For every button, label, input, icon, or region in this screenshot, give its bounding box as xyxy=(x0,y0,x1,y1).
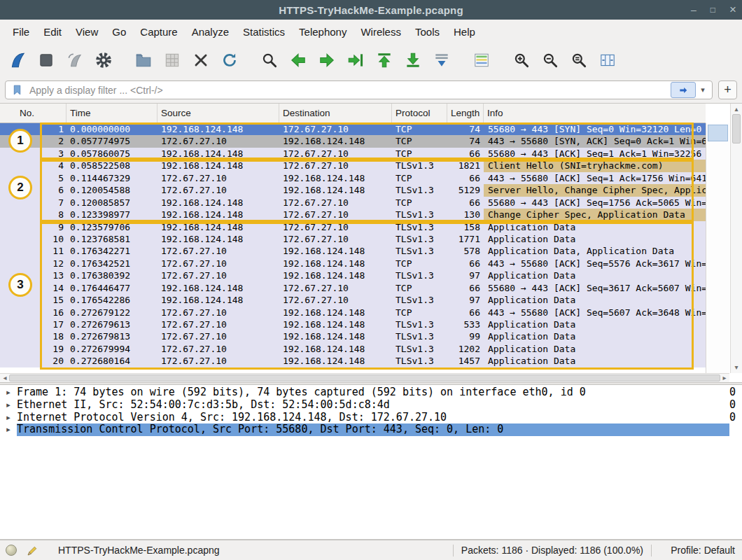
packet-length-cell: 66 xyxy=(447,197,484,209)
filter-dropdown-caret-icon[interactable]: ▾ xyxy=(696,82,710,98)
packet-row[interactable]: 16 0.272679122 172.67.27.10 192.168.124.… xyxy=(0,307,706,318)
expert-info-icon[interactable] xyxy=(6,545,17,556)
packet-destination-cell: 192.168.124.148 xyxy=(279,355,392,367)
menu-item-help[interactable]: Help xyxy=(447,22,482,41)
packet-row[interactable]: 5 0.114467329 172.67.27.10 192.168.124.1… xyxy=(0,172,706,184)
zoom-original-icon[interactable] xyxy=(568,50,589,71)
filter-bar: Apply a display filter ... <Ctrl-/> ▾ + xyxy=(0,77,742,104)
packet-row[interactable]: 17 0.272679613 172.67.27.10 192.168.124.… xyxy=(0,318,706,330)
maximize-button[interactable]: □ xyxy=(710,0,715,20)
menu-item-telephony[interactable]: Telephony xyxy=(292,22,354,41)
packet-source-cell: 172.67.27.10 xyxy=(158,355,279,367)
horizontal-scrollbar[interactable]: ◂ ▸ xyxy=(0,373,729,382)
packet-protocol-cell: TCP xyxy=(392,123,447,135)
go-forward-icon[interactable] xyxy=(316,50,337,71)
profile-button[interactable]: Profile: Default xyxy=(659,545,736,556)
expand-icon[interactable]: ▸ xyxy=(0,424,17,436)
packet-row[interactable]: 11 0.176342271 172.67.27.10 192.168.124.… xyxy=(0,245,706,257)
packet-protocol-cell: TLSv1.3 xyxy=(392,294,447,306)
find-packet-icon[interactable] xyxy=(259,50,280,71)
packet-row[interactable]: 1 0.000000000 192.168.124.148 172.67.27.… xyxy=(0,123,706,135)
minimize-button[interactable]: – xyxy=(691,0,696,20)
packet-row[interactable]: 20 0.272680164 172.67.27.10 192.168.124.… xyxy=(0,355,706,367)
packet-info-cell: Change Cipher Spec, Application Data xyxy=(484,209,706,220)
vertical-scrollbar[interactable]: ▴ ▾ xyxy=(730,104,742,373)
minimap-thumb[interactable] xyxy=(708,125,728,141)
stop-capture-icon[interactable] xyxy=(36,50,57,71)
intelligent-scrollbar[interactable] xyxy=(706,123,729,373)
resize-columns-icon[interactable] xyxy=(597,50,618,71)
column-header-length[interactable]: Length xyxy=(447,104,484,122)
go-back-icon[interactable] xyxy=(288,50,309,71)
open-file-icon[interactable] xyxy=(133,50,154,71)
expand-icon[interactable]: ▸ xyxy=(0,386,17,399)
packet-length-cell: 5129 xyxy=(447,184,484,196)
column-header-destination[interactable]: Destination xyxy=(279,104,392,122)
packet-row[interactable]: 3 0.057860075 192.168.124.148 172.67.27.… xyxy=(0,148,706,160)
display-filter-input[interactable]: Apply a display filter ... <Ctrl-/> ▾ xyxy=(5,80,713,99)
menu-item-wireless[interactable]: Wireless xyxy=(354,22,408,41)
packet-row[interactable]: 13 0.176380392 172.67.27.10 192.168.124.… xyxy=(0,270,706,281)
scroll-right-icon[interactable]: ▸ xyxy=(720,374,729,382)
go-to-top-icon[interactable] xyxy=(374,50,395,71)
column-header-time[interactable]: Time xyxy=(66,104,158,122)
detail-row[interactable]: ▸ Internet Protocol Version 4, Src: 192.… xyxy=(0,412,742,424)
packet-row[interactable]: 2 0.057774975 172.67.27.10 192.168.124.1… xyxy=(0,135,706,147)
close-button[interactable]: × xyxy=(729,0,736,20)
close-file-icon[interactable] xyxy=(190,50,211,71)
packet-row[interactable]: 15 0.176542286 192.168.124.148 172.67.27… xyxy=(0,294,706,306)
packet-row[interactable]: 8 0.123398977 192.168.124.148 172.67.27.… xyxy=(0,209,706,220)
menu-item-edit[interactable]: Edit xyxy=(36,22,69,41)
packet-length-cell: 66 xyxy=(447,258,484,270)
packet-no-cell: 18 xyxy=(0,330,66,342)
detail-row[interactable]: ▸ Ethernet II, Src: 52:54:00:7c:d3:5b, D… xyxy=(0,399,742,412)
menu-item-file[interactable]: File xyxy=(6,22,36,41)
expand-icon[interactable]: ▸ xyxy=(0,412,17,424)
packet-row[interactable]: 19 0.272679994 172.67.27.10 192.168.124.… xyxy=(0,343,706,355)
packet-row[interactable]: 7 0.120085857 192.168.124.148 172.67.27.… xyxy=(0,197,706,209)
menu-item-tools[interactable]: Tools xyxy=(408,22,447,41)
capture-options-icon[interactable] xyxy=(93,50,114,71)
reload-icon[interactable] xyxy=(219,50,240,71)
filter-bookmark-icon[interactable] xyxy=(8,84,25,96)
scroll-down-icon[interactable]: ▾ xyxy=(731,363,742,372)
menu-item-analyze[interactable]: Analyze xyxy=(185,22,236,41)
packet-row[interactable]: 4 0.058522508 192.168.124.148 172.67.27.… xyxy=(0,160,706,172)
capture-comment-icon[interactable] xyxy=(27,545,38,556)
detail-row[interactable]: ▸ Transmission Control Protocol, Src Por… xyxy=(0,424,742,436)
menu-item-capture[interactable]: Capture xyxy=(133,22,184,41)
packet-protocol-cell: TLSv1.3 xyxy=(392,245,447,257)
horizontal-scrollbar-thumb[interactable] xyxy=(9,374,720,382)
start-capture-icon[interactable] xyxy=(7,50,28,71)
add-filter-button[interactable]: + xyxy=(718,80,737,99)
packet-row[interactable]: 9 0.123579706 192.168.124.148 172.67.27.… xyxy=(0,221,706,233)
expand-icon[interactable]: ▸ xyxy=(0,399,17,412)
column-header-protocol[interactable]: Protocol xyxy=(392,104,447,122)
vertical-scrollbar-thumb[interactable] xyxy=(732,114,741,144)
apply-filter-button[interactable] xyxy=(671,82,696,98)
scroll-left-icon[interactable]: ◂ xyxy=(1,374,9,382)
menu-item-view[interactable]: View xyxy=(69,22,105,41)
packet-row[interactable]: 10 0.123768581 192.168.124.148 172.67.27… xyxy=(0,233,706,245)
go-to-bottom-icon[interactable] xyxy=(402,50,424,71)
packet-protocol-cell: TCP xyxy=(392,307,447,318)
auto-scroll-icon[interactable] xyxy=(431,50,452,71)
column-header-info[interactable]: Info xyxy=(484,104,706,122)
scroll-up-icon[interactable]: ▴ xyxy=(731,105,742,113)
packet-row[interactable]: 18 0.272679813 172.67.27.10 192.168.124.… xyxy=(0,330,706,342)
zoom-out-icon[interactable] xyxy=(540,50,561,71)
detail-row[interactable]: ▸ Frame 1: 74 bytes on wire (592 bits), … xyxy=(0,386,742,399)
menu-item-go[interactable]: Go xyxy=(105,22,133,41)
column-header-no[interactable]: No. xyxy=(0,104,66,122)
packet-row[interactable]: 6 0.120054588 172.67.27.10 192.168.124.1… xyxy=(0,184,706,196)
packet-length-cell: 97 xyxy=(447,294,484,306)
restart-capture-icon[interactable] xyxy=(64,50,85,71)
column-header-source[interactable]: Source xyxy=(158,104,279,122)
menu-item-statistics[interactable]: Statistics xyxy=(236,22,292,41)
packet-row[interactable]: 14 0.176446477 192.168.124.148 172.67.27… xyxy=(0,282,706,294)
packet-row[interactable]: 12 0.176342521 172.67.27.10 192.168.124.… xyxy=(0,258,706,270)
go-to-packet-icon[interactable] xyxy=(345,50,366,71)
colorize-icon[interactable] xyxy=(471,50,492,71)
zoom-in-icon[interactable] xyxy=(511,50,532,71)
save-file-icon[interactable] xyxy=(162,50,183,71)
